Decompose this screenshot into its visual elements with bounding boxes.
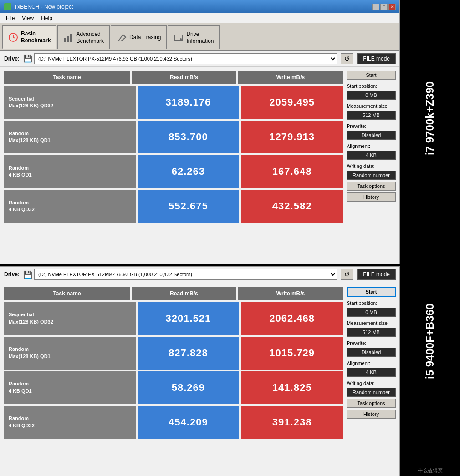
task-1-3: Random 4 KB QD1 bbox=[4, 155, 136, 188]
benchmark-area-1: Task name Read mB/s Write mB/s Sequentia… bbox=[0, 67, 399, 264]
writing-data-label-2: Writing data: bbox=[347, 380, 396, 386]
cpu-label-2: i5 9400F+B360 bbox=[400, 237, 460, 446]
read-1-2: 853.700 bbox=[138, 121, 240, 153]
meas-size-label-1: Measurement size: bbox=[347, 103, 396, 109]
task-1-1: Sequential Max(128 KB) QD32 bbox=[4, 86, 136, 119]
tab-drive-info[interactable]: Drive Information bbox=[168, 25, 220, 49]
bench-table-1: Task name Read mB/s Write mB/s Sequentia… bbox=[4, 71, 343, 260]
start-pos-value-1: 0 MB bbox=[347, 91, 396, 100]
write-1-3: 167.648 bbox=[241, 155, 343, 188]
bench-row-2-4: Random 4 KB QD32 454.209 391.238 bbox=[4, 406, 343, 439]
history-btn-2[interactable]: History bbox=[347, 410, 396, 419]
write-2-1: 2062.468 bbox=[241, 302, 343, 335]
start-btn-1[interactable]: Start bbox=[347, 71, 396, 80]
alignment-value-1: 4 KB bbox=[347, 151, 396, 160]
close-button[interactable]: ✕ bbox=[388, 4, 396, 10]
benchmark-area-2: Task name Read mB/s Write mB/s Sequentia… bbox=[0, 283, 399, 476]
window-1: TxBENCH - New project _ □ ✕ File View He… bbox=[0, 0, 400, 264]
tab-advanced-label: Advanced Benchmark bbox=[76, 31, 104, 44]
drive-bar-1: Drive: 💾 (D:) NVMe PLEXTOR PX-512M9 476.… bbox=[0, 51, 399, 67]
writing-data-value-1: Random number bbox=[347, 171, 396, 180]
drive-bar-2: Drive: 💾 (D:) NVMe PLEXTOR PX-512M9 476.… bbox=[0, 267, 399, 283]
col-write-2: Write mB/s bbox=[238, 287, 343, 300]
meas-size-value-2: 512 MB bbox=[347, 328, 396, 337]
menu-help[interactable]: Help bbox=[37, 14, 56, 22]
menu-file[interactable]: File bbox=[2, 14, 18, 22]
drive-select-2[interactable]: (D:) NVMe PLEXTOR PX-512M9 476.93 GB (1,… bbox=[34, 269, 337, 280]
col-task-2: Task name bbox=[4, 287, 130, 300]
bench-row-2-1: Sequential Max(128 KB) QD32 3201.521 206… bbox=[4, 302, 343, 335]
minimize-button[interactable]: _ bbox=[372, 4, 379, 10]
tab-data-erasing[interactable]: Data Erasing bbox=[111, 25, 167, 49]
start-pos-value-2: 0 MB bbox=[347, 308, 396, 317]
window-title: TxBENCH - New project bbox=[14, 4, 73, 10]
read-2-1: 3201.521 bbox=[138, 302, 240, 335]
write-2-3: 141.825 bbox=[241, 371, 343, 404]
title-bar-left: TxBENCH - New project bbox=[4, 3, 73, 10]
read-1-1: 3189.176 bbox=[138, 86, 240, 119]
title-bar-controls[interactable]: _ □ ✕ bbox=[372, 4, 396, 10]
drive-select-1[interactable]: (D:) NVMe PLEXTOR PX-512M9 476.93 GB (1,… bbox=[34, 53, 337, 64]
drive-label-2: Drive: bbox=[4, 271, 20, 278]
bench-row-1-3: Random 4 KB QD1 62.263 167.648 bbox=[4, 155, 343, 188]
alignment-value-2: 4 KB bbox=[347, 368, 396, 377]
start-pos-label-1: Start position: bbox=[347, 83, 396, 89]
write-1-4: 432.582 bbox=[241, 190, 343, 223]
drive-label-1: Drive: bbox=[4, 56, 20, 62]
start-btn-2[interactable]: Start bbox=[347, 287, 396, 297]
svg-rect-3 bbox=[64, 38, 66, 42]
drive-refresh-btn-2[interactable]: ↺ bbox=[341, 269, 353, 280]
prewrite-value-2: Disabled bbox=[347, 348, 396, 357]
task-2-2: Random Max(128 KB) QD1 bbox=[4, 337, 136, 370]
svg-rect-4 bbox=[67, 36, 69, 42]
col-read-2: Read mB/s bbox=[132, 287, 236, 300]
read-1-4: 552.675 bbox=[138, 190, 240, 223]
task-2-4: Random 4 KB QD32 bbox=[4, 406, 136, 439]
prewrite-label-2: Prewrite: bbox=[347, 340, 396, 346]
svg-marker-6 bbox=[118, 35, 126, 41]
maximize-button[interactable]: □ bbox=[380, 4, 388, 10]
task-options-btn-2[interactable]: Task options bbox=[347, 399, 396, 408]
bench-sidebar-2: Start Start position: 0 MB Measurement s… bbox=[347, 287, 396, 472]
prewrite-label-1: Prewrite: bbox=[347, 123, 396, 129]
history-btn-1[interactable]: History bbox=[347, 192, 396, 202]
alignment-label-2: Alignment: bbox=[347, 360, 396, 366]
bench-row-2-3: Random 4 KB QD1 58.269 141.825 bbox=[4, 371, 343, 404]
svg-rect-5 bbox=[70, 34, 72, 42]
tab-erase-label: Data Erasing bbox=[129, 34, 161, 41]
tab-advanced-benchmark[interactable]: Advanced Benchmark bbox=[57, 25, 110, 49]
window-2: Drive: 💾 (D:) NVMe PLEXTOR PX-512M9 476.… bbox=[0, 266, 400, 476]
drive-icon-1: 💾 bbox=[23, 54, 32, 63]
drive-icon-2: 💾 bbox=[23, 270, 32, 279]
writing-data-label-1: Writing data: bbox=[347, 163, 396, 169]
file-mode-btn-2[interactable]: FILE mode bbox=[357, 269, 396, 280]
clock-icon bbox=[8, 32, 18, 42]
bench-row-1-1: Sequential Max(128 KB) QD32 3189.176 205… bbox=[4, 86, 343, 119]
bench-row-2-2: Random Max(128 KB) QD1 827.828 1015.729 bbox=[4, 337, 343, 370]
bar-chart-icon bbox=[63, 33, 73, 43]
watermark: 什么值得买 bbox=[400, 467, 460, 474]
tab-basic-label: Basic Benchmark bbox=[21, 30, 51, 44]
main-content: TxBENCH - New project _ □ ✕ File View He… bbox=[0, 0, 400, 476]
tab-basic-benchmark[interactable]: Basic Benchmark bbox=[2, 25, 56, 49]
task-2-1: Sequential Max(128 KB) QD32 bbox=[4, 302, 136, 335]
cpu-label-1: i7 9700k+Z390 bbox=[400, 0, 460, 237]
menu-view[interactable]: View bbox=[18, 14, 37, 22]
meas-size-value-1: 512 MB bbox=[347, 111, 396, 120]
write-1-1: 2059.495 bbox=[241, 86, 343, 119]
drive-refresh-btn-1[interactable]: ↺ bbox=[341, 53, 353, 64]
bench-table-2: Task name Read mB/s Write mB/s Sequentia… bbox=[4, 287, 343, 472]
task-2-3: Random 4 KB QD1 bbox=[4, 371, 136, 404]
read-2-3: 58.269 bbox=[138, 371, 240, 404]
prewrite-value-1: Disabled bbox=[347, 131, 396, 140]
start-pos-label-2: Start position: bbox=[347, 300, 396, 306]
right-panel: i7 9700k+Z390 i5 9400F+B360 什么值得买 bbox=[400, 0, 460, 476]
svg-line-2 bbox=[13, 37, 15, 38]
bench-row-1-2: Random Max(128 KB) QD1 853.700 1279.913 bbox=[4, 121, 343, 153]
meas-size-label-2: Measurement size: bbox=[347, 320, 396, 326]
task-options-btn-1[interactable]: Task options bbox=[347, 182, 396, 191]
file-mode-btn-1[interactable]: FILE mode bbox=[357, 53, 396, 64]
drive-icon bbox=[174, 33, 184, 43]
write-2-4: 391.238 bbox=[241, 406, 343, 439]
col-task: Task name bbox=[4, 71, 130, 84]
